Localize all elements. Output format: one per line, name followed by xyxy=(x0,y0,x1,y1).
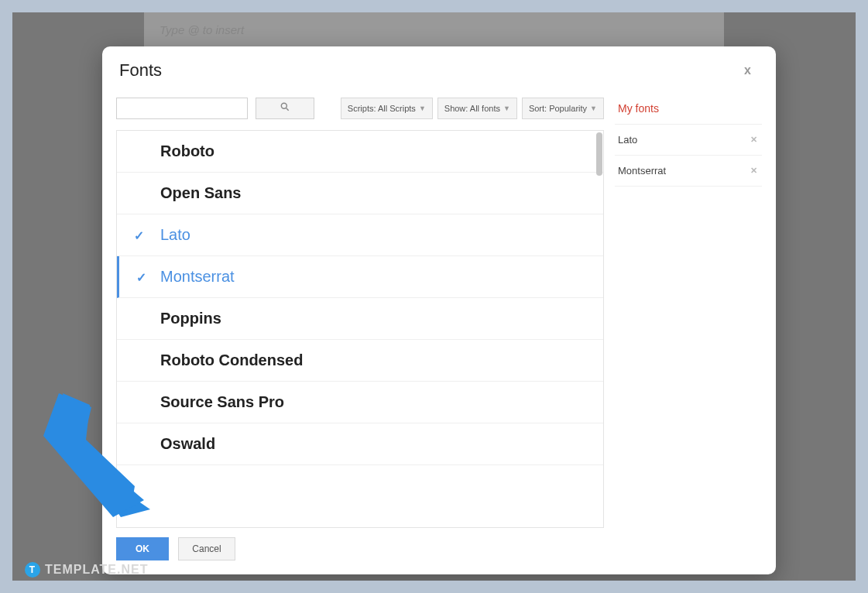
font-item[interactable]: Source Sans Pro xyxy=(117,382,603,423)
font-item[interactable]: ✓Lato xyxy=(117,214,603,256)
dialog-footer: OK Cancel xyxy=(102,528,776,574)
show-filter-label: Show: All fonts xyxy=(444,104,500,113)
watermark: T TEMPLATE.NET xyxy=(25,562,148,578)
remove-font-button[interactable]: ✕ xyxy=(750,166,757,176)
cancel-button[interactable]: Cancel xyxy=(178,537,235,560)
my-fonts-title: My fonts xyxy=(615,98,762,125)
search-button[interactable] xyxy=(256,98,314,119)
font-list[interactable]: RobotoOpen Sans✓Lato✓MontserratPoppinsRo… xyxy=(116,130,604,528)
scripts-filter[interactable]: Scripts: All Scripts ▼ xyxy=(341,98,433,119)
sort-filter[interactable]: Sort: Popularity ▼ xyxy=(522,98,604,119)
check-icon: ✓ xyxy=(134,228,144,242)
filter-group: Scripts: All Scripts ▼ Show: All fonts ▼… xyxy=(341,98,604,119)
font-item-label: Lato xyxy=(160,226,190,244)
document-placeholder: Type @ to insert xyxy=(160,23,244,36)
dialog-body: Scripts: All Scripts ▼ Show: All fonts ▼… xyxy=(102,87,776,528)
font-item[interactable]: Roboto Condensed xyxy=(117,340,603,382)
app-backdrop: Type @ to insert Fonts x Scripts: All Sc xyxy=(12,12,856,581)
show-filter[interactable]: Show: All fonts ▼ xyxy=(437,98,517,119)
font-item[interactable]: ✓Montserrat xyxy=(117,256,603,298)
font-item[interactable]: Open Sans xyxy=(117,173,603,214)
close-button[interactable]: x xyxy=(738,60,757,81)
search-input[interactable] xyxy=(116,98,248,119)
font-item-label: Open Sans xyxy=(160,184,241,202)
my-font-item[interactable]: Montserrat✕ xyxy=(615,156,762,187)
scripts-filter-label: Scripts: All Scripts xyxy=(348,104,416,113)
chevron-down-icon: ▼ xyxy=(590,105,597,112)
left-pane: Scripts: All Scripts ▼ Show: All fonts ▼… xyxy=(116,87,604,528)
svg-point-0 xyxy=(281,103,286,108)
font-item-label: Montserrat xyxy=(160,268,235,286)
scrollbar-thumb[interactable] xyxy=(596,132,602,176)
dialog-header: Fonts x xyxy=(102,46,776,87)
scrollbar[interactable] xyxy=(595,131,603,527)
font-item-label: Oswald xyxy=(160,435,215,453)
my-font-item-label: Lato xyxy=(618,134,637,146)
font-item-label: Roboto xyxy=(160,142,214,160)
font-item[interactable]: Oswald xyxy=(117,423,603,465)
fonts-dialog: Fonts x Scripts: All Scripts ▼ xyxy=(102,46,776,574)
my-font-item-label: Montserrat xyxy=(618,165,666,177)
my-fonts-pane: My fonts Lato✕Montserrat✕ xyxy=(615,87,762,528)
svg-line-1 xyxy=(286,108,289,111)
font-item[interactable]: Roboto xyxy=(117,131,603,173)
search-icon xyxy=(280,101,290,115)
remove-font-button[interactable]: ✕ xyxy=(750,135,757,145)
font-item-label: Poppins xyxy=(160,310,221,327)
sort-filter-label: Sort: Popularity xyxy=(529,104,587,113)
chevron-down-icon: ▼ xyxy=(419,105,426,112)
font-item-label: Roboto Condensed xyxy=(160,351,303,369)
watermark-badge: T xyxy=(25,562,40,578)
font-item-label: Source Sans Pro xyxy=(160,393,284,411)
font-item[interactable]: Poppins xyxy=(117,298,603,340)
chevron-down-icon: ▼ xyxy=(503,105,510,112)
toolbar: Scripts: All Scripts ▼ Show: All fonts ▼… xyxy=(116,87,604,130)
check-icon: ✓ xyxy=(136,269,146,284)
ok-button[interactable]: OK xyxy=(116,537,169,560)
my-font-item[interactable]: Lato✕ xyxy=(615,125,762,156)
watermark-text: TEMPLATE.NET xyxy=(45,563,148,577)
dialog-title: Fonts xyxy=(119,60,162,81)
